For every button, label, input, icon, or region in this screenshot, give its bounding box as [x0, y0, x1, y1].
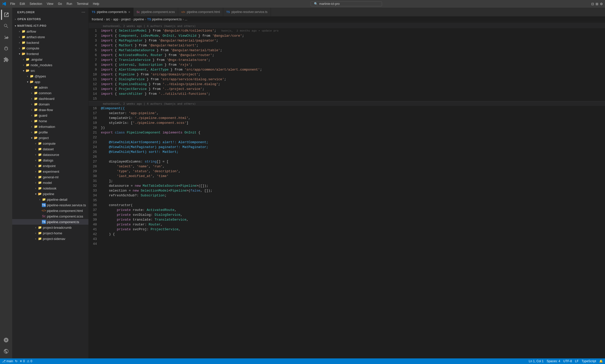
- sidebar-item-project-breadcrumb[interactable]: 📁project-breadcrumb: [12, 225, 88, 230]
- cursor-position[interactable]: Ln 1, Col 1: [529, 359, 544, 363]
- line-number: 17: [89, 111, 101, 116]
- code-row: 4import { MatSort } from '@angular/mater…: [89, 43, 605, 48]
- sidebar-item-general-ml[interactable]: 📁general-ml: [12, 174, 88, 180]
- error-count[interactable]: ✕ 0: [20, 359, 25, 363]
- tab-pipeline-ts[interactable]: TS pipeline.component.ts ✕: [89, 8, 134, 16]
- code-row: 9import { AlertComponent, AlertType } fr…: [89, 67, 605, 72]
- line-ending[interactable]: LF: [575, 359, 578, 363]
- sidebar-item-experiment[interactable]: 📁experiment: [12, 169, 88, 174]
- sidebar-item-home[interactable]: 📁home: [12, 118, 88, 124]
- sidebar-item-dialogs[interactable]: 📁dialogs: [12, 157, 88, 163]
- sidebar-item-information[interactable]: 📁information: [12, 124, 88, 129]
- sidebar-item-project-sidenav[interactable]: 📁project-sidenav: [12, 236, 88, 241]
- warning-count[interactable]: ⚠ 0: [27, 359, 32, 363]
- sidebar-item-compute[interactable]: 📁compute: [12, 45, 88, 51]
- line-number: 31: [89, 179, 101, 183]
- folder-icon: 📂: [25, 69, 30, 73]
- sidebar-item-types[interactable]: 📁@types: [12, 73, 88, 79]
- breadcrumb-more[interactable]: ...: [185, 18, 187, 21]
- activity-source-control[interactable]: [1, 32, 11, 42]
- sidebar-item-guard[interactable]: 📁guard: [12, 113, 88, 118]
- sidebar-item-angular[interactable]: 📁.angular: [12, 57, 88, 62]
- language-mode[interactable]: TypeScript: [582, 359, 596, 363]
- more-actions-icon[interactable]: ···: [82, 10, 85, 14]
- layout-icon[interactable]: ⊞: [596, 2, 598, 6]
- search-box[interactable]: 🔍 martinie-ict-pro: [311, 1, 382, 6]
- sidebar-item-src[interactable]: 📂src: [12, 68, 88, 73]
- sidebar-item-project-home[interactable]: 📁project-home: [12, 230, 88, 236]
- menu-selection[interactable]: Selection: [28, 2, 44, 6]
- sidebar-item-artifact-store[interactable]: 📁artifact-store: [12, 34, 88, 40]
- menu-file[interactable]: File: [8, 2, 17, 6]
- tree-item-label: node_modules: [31, 63, 52, 67]
- sidebar-item-domain[interactable]: 📁domain: [12, 101, 88, 107]
- breadcrumb-file[interactable]: TS pipeline.component.ts: [147, 18, 181, 21]
- activity-debug[interactable]: [1, 43, 11, 53]
- sidebar-item-common[interactable]: 📁common: [12, 90, 88, 96]
- breadcrumb-project[interactable]: project: [121, 18, 130, 21]
- sidebar-item-dashboard[interactable]: 📁dashboard: [12, 96, 88, 101]
- folder-arrow: [34, 237, 38, 241]
- tab-close-icon[interactable]: ✕: [128, 11, 130, 14]
- sidebar-item-draw-flow[interactable]: 📁draw-flow: [12, 107, 88, 113]
- sidebar-item-pipeline-component-ts[interactable]: TSpipeline.component.ts: [12, 219, 88, 225]
- sidebar-item-pipeline-component-html[interactable]: </>pipeline.component.html: [12, 208, 88, 213]
- sidebar-item-node_modules[interactable]: 📁node_modules: [12, 62, 88, 68]
- sidebar-item-pipeline-resolver-service-ts[interactable]: TSpipeline-resolver.service.ts: [12, 202, 88, 208]
- menu-help[interactable]: Help: [91, 2, 101, 6]
- menu-edit[interactable]: Edit: [18, 2, 27, 6]
- breadcrumb-frontend[interactable]: frontend: [92, 18, 103, 21]
- spaces[interactable]: Spaces: 4: [547, 359, 560, 363]
- folder-icon: 📁: [34, 108, 38, 112]
- tab-pipeline-scss[interactable]: Sc pipeline.component.scss: [134, 8, 178, 16]
- encoding[interactable]: UTF-8: [563, 359, 572, 363]
- line-number: 1: [89, 28, 101, 33]
- sidebar-item-admin[interactable]: 📁admin: [12, 85, 88, 90]
- sidebar-item-compute2[interactable]: 📁compute: [12, 141, 88, 146]
- sync-icon[interactable]: ↻: [15, 359, 18, 363]
- git-branch[interactable]: ⎇ main: [2, 359, 13, 363]
- breadcrumb-pipeline[interactable]: pipeline: [134, 18, 144, 21]
- open-editors-header[interactable]: OPEN EDITORS: [12, 16, 88, 22]
- tab-resolver-ts[interactable]: TS pipeline-resolver.service.ts: [223, 8, 271, 16]
- blame-header-row-2: mahanbeom1, 2 weeks ago | 4 authors (kwo…: [89, 101, 605, 106]
- activity-extensions[interactable]: [1, 55, 11, 65]
- sidebar-item-frontend[interactable]: 📂frontend: [12, 51, 88, 57]
- code-row: 37 private route: ActivatedRoute,: [89, 208, 605, 212]
- sidebar-item-backend[interactable]: 📁backend: [12, 40, 88, 45]
- sidebar-item-airflow[interactable]: 📁airflow: [12, 29, 88, 34]
- sidebar-item-model[interactable]: 📁model: [12, 180, 88, 185]
- sidebar-item-endpoint[interactable]: 📁endpoint: [12, 163, 88, 169]
- split-editor-icon[interactable]: ⊡: [591, 2, 594, 6]
- activity-testing[interactable]: [1, 335, 11, 345]
- sidebar-item-dataset[interactable]: 📁dataset: [12, 146, 88, 152]
- notifications-icon[interactable]: 🔔: [599, 359, 603, 363]
- sidebar-item-app[interactable]: 📂app: [12, 79, 88, 85]
- sidebar-item-pipeline-component-scss[interactable]: Scpipeline.component.scss: [12, 213, 88, 219]
- tab-pipeline-html[interactable]: </> pipeline.component.html: [178, 8, 223, 16]
- project-root-header[interactable]: MARTINIE-ICT-PRO: [12, 23, 88, 29]
- sidebar-item-pipeline[interactable]: 📂pipeline: [12, 191, 88, 197]
- activity-remote[interactable]: [1, 346, 11, 356]
- tree-item-label: information: [39, 125, 55, 129]
- menu-run[interactable]: Run: [64, 2, 74, 6]
- settings-icon[interactable]: ⚙: [600, 2, 603, 6]
- menu-view[interactable]: View: [45, 2, 55, 6]
- sidebar-item-profile[interactable]: 📁profile: [12, 129, 88, 135]
- code-wrapper: mahanbeom1, 2 weeks ago | 4 authors (kwo…: [89, 23, 605, 246]
- code-line-text: @ViewChild(MatSort) sort!: MatSort;: [101, 150, 605, 154]
- activity-search[interactable]: [1, 21, 11, 31]
- sidebar-item-project[interactable]: 📂project: [12, 135, 88, 141]
- code-line-text: ) {: [101, 232, 605, 237]
- sidebar-item-notebook[interactable]: 📁notebook: [12, 185, 88, 191]
- menu-go[interactable]: Go: [56, 2, 64, 6]
- sidebar-actions[interactable]: ···: [82, 10, 85, 14]
- sidebar-item-datasource[interactable]: 📁datasource: [12, 152, 88, 157]
- breadcrumb-app[interactable]: app: [113, 18, 118, 21]
- code-main[interactable]: mahanbeom1, 2 weeks ago | 4 authors (kwo…: [89, 22, 605, 358]
- sidebar-item-pipeline-detail[interactable]: 📁pipeline-detail: [12, 197, 88, 202]
- activity-explorer[interactable]: [1, 10, 11, 20]
- breadcrumb-src[interactable]: src: [106, 18, 110, 21]
- menu-terminal[interactable]: Terminal: [75, 2, 90, 6]
- menu-bar[interactable]: File Edit Selection View Go Run Terminal…: [8, 2, 101, 6]
